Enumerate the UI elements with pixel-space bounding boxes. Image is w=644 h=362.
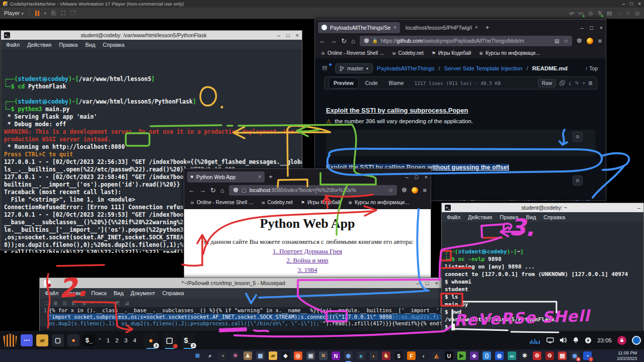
bookmark-item[interactable]: wCodeby.net: [392, 50, 424, 56]
flask-terminal-titlebar[interactable]: >_ student@codeby: /var/www/html/lesson5…: [1, 31, 302, 40]
taskbar-app-icon[interactable]: ◆: [281, 351, 290, 360]
home-button[interactable]: ⌂: [220, 187, 224, 194]
kali-clock[interactable]: 23:05: [597, 337, 612, 343]
toolbar-icon[interactable]: ▥: [62, 300, 67, 306]
code-block-1[interactable]: {{''.__class__.mro()[1].__subclasses__()…: [326, 130, 596, 156]
new-tab-button[interactable]: +: [486, 24, 490, 31]
taskbar-app-icon[interactable]: ◉A: [571, 351, 579, 360]
taskbar-app-icon[interactable]: ∞: [508, 351, 516, 360]
launcher-icon[interactable]: ⋯: [21, 334, 33, 346]
bookmark-item[interactable]: wCodeby.net: [262, 200, 293, 205]
taskbar-app-icon[interactable]: ⊞: [193, 351, 202, 360]
taskbar-app-icon[interactable]: ✳: [231, 351, 239, 360]
tab-code[interactable]: Code: [361, 78, 382, 88]
book-link[interactable]: 1. Портрет Дориана Грея: [184, 247, 431, 255]
window-close-button[interactable]: ×: [425, 174, 428, 180]
vm-cd-icon[interactable]: ◎: [588, 10, 593, 17]
vm-ctrl-alt-del-icon[interactable]: ⎘: [51, 10, 56, 17]
panel-expander-icon[interactable]: ^: [99, 337, 101, 343]
reload-button[interactable]: ↻: [210, 187, 216, 194]
taskbar-app-icon[interactable]: ◔!: [583, 351, 592, 360]
taskbar-app-icon[interactable]: ▣: [306, 351, 315, 360]
app-menu-button[interactable]: ≡: [423, 187, 427, 194]
vm-usb-icon[interactable]: ⇌: [569, 10, 574, 17]
extension-shield-icon[interactable]: [401, 187, 407, 193]
menu-item[interactable]: Справка: [543, 214, 565, 220]
heading-subprocess-popen[interactable]: Exploit the SSTI by calling subprocess.P…: [326, 107, 468, 114]
toolbar-icon[interactable]: ↶: [98, 300, 102, 306]
tracking-shield-icon[interactable]: [364, 38, 369, 44]
menu-item[interactable]: Вид: [85, 42, 95, 48]
download-icon[interactable]: ↓: [569, 80, 571, 86]
launcher-icon[interactable]: $_: [83, 334, 95, 346]
bookmark-item[interactable]: ☠Online - Reverse Shell …: [321, 50, 384, 56]
tab-close-icon[interactable]: ×: [258, 174, 261, 179]
back-button[interactable]: ←: [319, 37, 326, 45]
tracking-shield-icon[interactable]: [233, 187, 238, 193]
toolbar-icon[interactable]: ↷: [107, 300, 111, 306]
window-close-button[interactable]: ×: [296, 32, 299, 38]
app-menu-button[interactable]: ≡: [598, 37, 602, 45]
toolbar-icon[interactable]: ▢: [44, 300, 48, 306]
window-maximize-button[interactable]: □: [415, 174, 418, 180]
breadcrumb-repo[interactable]: PayloadsAllTheThings: [377, 65, 434, 71]
firefox-account-icon[interactable]: [587, 38, 593, 44]
bookmark-item[interactable]: ⚑Игры Кодебай: [301, 200, 341, 205]
taskbar-app-icon[interactable]: ⚙: [533, 351, 541, 360]
taskbar-app-icon[interactable]: ▶: [457, 351, 466, 360]
taskbar-app-icon[interactable]: ◆: [470, 351, 478, 360]
taskbar-app-icon[interactable]: ◍: [495, 351, 504, 360]
outline-icon[interactable]: ≣: [588, 80, 593, 86]
taskbar-app-icon[interactable]: ⌕: [206, 351, 214, 360]
window-button[interactable]: $_ 2: [181, 333, 195, 347]
reader-mode-icon[interactable]: ▤: [554, 38, 559, 44]
display-icon[interactable]: [546, 337, 554, 343]
taskbar-app-icon[interactable]: N: [332, 351, 340, 360]
taskbar-app-icon[interactable]: ✱: [520, 351, 529, 360]
firefox-account-icon[interactable]: [412, 187, 418, 194]
window-minimize-button[interactable]: –: [406, 174, 409, 180]
menu-item[interactable]: Справка: [162, 290, 184, 296]
launcher-icon[interactable]: ●: [67, 334, 79, 346]
menu-item[interactable]: Файл: [447, 214, 460, 220]
book-link[interactable]: 3. 1984: [184, 266, 431, 274]
taskbar-app-icon[interactable]: ▤: [558, 351, 567, 360]
book-link[interactable]: 2. Война и мир: [184, 256, 431, 264]
vm-network-icon[interactable]: ⇅: [598, 10, 602, 17]
mousepad-titlebar[interactable]: *~/Рабочий стол/tmp_lesson_5 - Mousepad …: [40, 278, 442, 288]
menu-item[interactable]: Действия: [468, 214, 492, 220]
tab-close-icon[interactable]: ×: [393, 25, 396, 30]
taskbar-app-icon[interactable]: ◭: [432, 351, 441, 360]
tab-python-web-app[interactable]: Python Web App×: [187, 171, 265, 183]
windows-clock[interactable]: 11:05 PM 10/2/2023: [617, 350, 637, 361]
window-minimize-button[interactable]: –: [637, 205, 640, 211]
copy-icon[interactable]: [559, 80, 565, 86]
taskbar-app-icon[interactable]: F: [407, 351, 416, 360]
forward-button[interactable]: →: [330, 37, 337, 45]
copy-code-icon[interactable]: ⧉: [573, 175, 583, 186]
taskbar-app-icon[interactable]: ◎: [294, 351, 302, 360]
file-tree-icon[interactable]: ▤: [322, 64, 331, 72]
taskbar-app-icon[interactable]: e: [357, 351, 365, 360]
menu-item[interactable]: Правка: [59, 42, 77, 48]
home-button[interactable]: ⌂: [351, 37, 355, 45]
menu-item[interactable]: Правка: [500, 214, 518, 220]
menu-item[interactable]: Вид: [526, 214, 536, 220]
menu-item[interactable]: Действия: [27, 42, 51, 48]
bookmark-item[interactable]: ☠Online - Reverse Shell …: [190, 200, 254, 205]
taskbar-app-icon[interactable]: U: [445, 351, 453, 360]
vm-fullscreen-icon[interactable]: ⛶: [61, 10, 65, 17]
vmware-minimize-button[interactable]: –: [622, 1, 625, 7]
window-maximize-button[interactable]: □: [286, 32, 290, 38]
player-menu[interactable]: Player ▾: [4, 10, 24, 16]
notification-bell-icon[interactable]: [573, 337, 579, 343]
taskbar-app-icon[interactable]: ♞: [382, 351, 390, 360]
bookmark-item[interactable]: ⊕Курсы по информаци…: [348, 200, 410, 205]
vm-pause-caret[interactable]: ▾: [44, 11, 46, 16]
window-close-button[interactable]: ×: [435, 280, 438, 286]
window-minimize-button[interactable]: –: [581, 25, 584, 31]
window-maximize-button[interactable]: □: [426, 280, 429, 286]
twitter-link[interactable]: https://twitter.com/SecGus: [529, 199, 596, 201]
menu-item[interactable]: Документ: [131, 290, 155, 296]
taskbar-app-icon[interactable]: ◉: [344, 351, 353, 360]
